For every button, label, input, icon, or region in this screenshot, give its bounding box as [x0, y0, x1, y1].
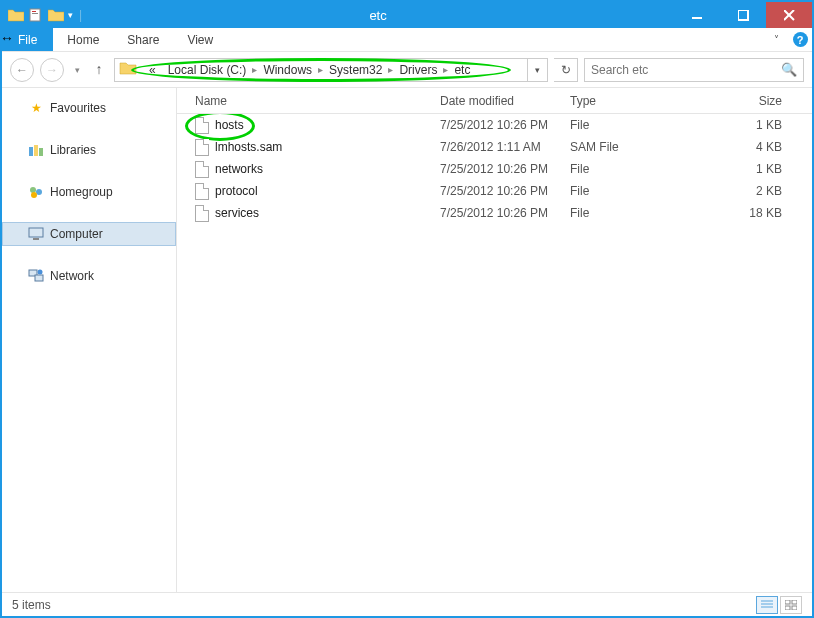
- main-area: ★ Favourites Libraries Homegroup: [2, 88, 812, 592]
- column-type[interactable]: Type: [562, 94, 678, 108]
- breadcrumb-overflow[interactable]: «: [143, 59, 162, 81]
- file-icon: [195, 205, 209, 222]
- sidebar-item-computer[interactable]: Computer: [2, 222, 176, 246]
- column-headers: Name Date modified Type Size: [177, 88, 812, 114]
- file-row[interactable]: networks 7/25/2012 10:26 PM File 1 KB: [177, 158, 812, 180]
- sidebar-item-label: Computer: [50, 227, 103, 241]
- address-dropdown-icon[interactable]: ▾: [527, 59, 547, 81]
- sidebar: ★ Favourites Libraries Homegroup: [2, 88, 177, 592]
- column-date[interactable]: Date modified: [432, 94, 562, 108]
- icons-view-button[interactable]: [780, 596, 802, 614]
- folder-icon: [8, 7, 24, 23]
- svg-rect-2: [32, 13, 38, 14]
- file-size: 18 KB: [678, 206, 812, 220]
- svg-rect-23: [785, 606, 790, 610]
- explorer-window: ↔ ▾ | etc File Home Share View ˅: [0, 0, 814, 618]
- svg-point-17: [38, 270, 43, 275]
- svg-rect-0: [30, 9, 40, 21]
- file-rows: hosts 7/25/2012 10:26 PM File 1 KB lmhos…: [177, 114, 812, 592]
- file-row[interactable]: services 7/25/2012 10:26 PM File 18 KB: [177, 202, 812, 224]
- file-name: lmhosts.sam: [215, 140, 282, 154]
- help-button[interactable]: ?: [788, 28, 812, 51]
- maximize-button[interactable]: [720, 2, 766, 28]
- history-dropdown-icon[interactable]: ▾: [70, 65, 84, 75]
- sidebar-item-homegroup[interactable]: Homegroup: [2, 180, 176, 204]
- star-icon: ★: [28, 100, 44, 116]
- sidebar-item-favourites[interactable]: ★ Favourites: [2, 96, 176, 120]
- status-bar: 5 items: [2, 592, 812, 616]
- svg-rect-14: [33, 238, 39, 240]
- tab-home[interactable]: Home: [53, 28, 113, 51]
- back-button[interactable]: ←: [10, 58, 34, 82]
- computer-icon: [28, 226, 44, 242]
- file-type: SAM File: [562, 140, 678, 154]
- svg-point-11: [36, 189, 42, 195]
- properties-icon[interactable]: [28, 7, 44, 23]
- titlebar: ▾ | etc: [2, 2, 812, 28]
- file-date: 7/25/2012 10:26 PM: [432, 118, 562, 132]
- file-type: File: [562, 118, 678, 132]
- file-icon: [195, 139, 209, 156]
- file-type: File: [562, 184, 678, 198]
- file-date: 7/25/2012 10:26 PM: [432, 162, 562, 176]
- help-icon: ?: [793, 32, 808, 47]
- file-size: 1 KB: [678, 162, 812, 176]
- folder-open-icon[interactable]: [48, 7, 64, 23]
- libraries-icon: [28, 142, 44, 158]
- column-size[interactable]: Size: [678, 94, 812, 108]
- file-name: networks: [215, 162, 263, 176]
- sidebar-item-libraries[interactable]: Libraries: [2, 138, 176, 162]
- ribbon: File Home Share View ˅ ?: [2, 28, 812, 52]
- sidebar-item-label: Network: [50, 269, 94, 283]
- svg-rect-9: [39, 148, 43, 156]
- search-box[interactable]: 🔍: [584, 58, 804, 82]
- expand-ribbon-icon[interactable]: ˅: [764, 28, 788, 51]
- breadcrumb-item[interactable]: Windows: [257, 59, 318, 81]
- search-icon: 🔍: [781, 62, 797, 77]
- file-size: 1 KB: [678, 118, 812, 132]
- window-title: etc: [82, 8, 674, 23]
- file-size: 2 KB: [678, 184, 812, 198]
- sidebar-item-label: Favourites: [50, 101, 106, 115]
- tab-share[interactable]: Share: [113, 28, 173, 51]
- file-icon: [195, 117, 209, 134]
- forward-button[interactable]: →: [40, 58, 64, 82]
- file-date: 7/25/2012 10:26 PM: [432, 206, 562, 220]
- svg-point-10: [30, 187, 36, 193]
- svg-rect-13: [29, 228, 43, 237]
- file-date: 7/25/2012 10:26 PM: [432, 184, 562, 198]
- file-row[interactable]: hosts 7/25/2012 10:26 PM File 1 KB: [177, 114, 812, 136]
- item-count: 5 items: [12, 598, 51, 612]
- column-name[interactable]: Name: [177, 94, 432, 108]
- qat-dropdown-icon[interactable]: ▾: [68, 10, 73, 20]
- svg-rect-16: [35, 275, 43, 281]
- breadcrumb-item[interactable]: etc: [448, 59, 476, 81]
- svg-rect-4: [738, 10, 748, 20]
- file-date: 7/26/2012 1:11 AM: [432, 140, 562, 154]
- sidebar-item-network[interactable]: Network: [2, 264, 176, 288]
- address-bar[interactable]: « Local Disk (C:) ▸ Windows ▸ System32 ▸…: [114, 58, 548, 82]
- file-name: hosts: [215, 118, 244, 132]
- tab-view[interactable]: View: [173, 28, 227, 51]
- breadcrumb-item[interactable]: Drivers: [393, 59, 443, 81]
- breadcrumb-item[interactable]: System32: [323, 59, 388, 81]
- minimize-button[interactable]: [674, 2, 720, 28]
- svg-rect-22: [792, 600, 797, 604]
- details-view-button[interactable]: [756, 596, 778, 614]
- file-row[interactable]: protocol 7/25/2012 10:26 PM File 2 KB: [177, 180, 812, 202]
- network-icon: [28, 268, 44, 284]
- svg-rect-3: [692, 17, 702, 19]
- svg-rect-21: [785, 600, 790, 604]
- search-input[interactable]: [591, 63, 781, 77]
- file-tab[interactable]: File: [2, 28, 53, 51]
- file-type: File: [562, 206, 678, 220]
- close-button[interactable]: [766, 2, 812, 28]
- up-button[interactable]: ↑: [90, 61, 108, 79]
- homegroup-icon: [28, 184, 44, 200]
- svg-rect-24: [792, 606, 797, 610]
- file-name: services: [215, 206, 259, 220]
- file-row[interactable]: lmhosts.sam 7/26/2012 1:11 AM SAM File 4…: [177, 136, 812, 158]
- breadcrumb-item[interactable]: Local Disk (C:): [162, 59, 253, 81]
- svg-point-12: [31, 192, 37, 198]
- refresh-button[interactable]: ↻: [554, 58, 578, 82]
